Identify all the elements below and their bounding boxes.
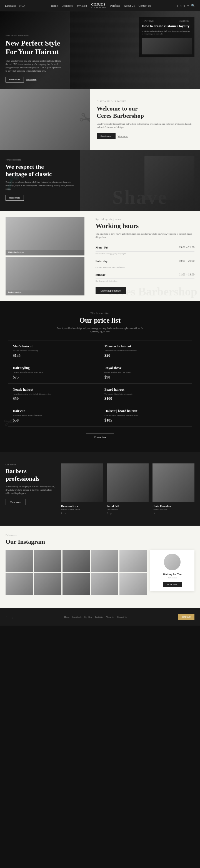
instagram-photo-3 (62, 550, 90, 572)
welcome-read-button[interactable]: Read more (97, 133, 116, 139)
price-description: Even if your idea into design and yours … (56, 327, 144, 334)
barber-socials-jarod: f t p (107, 512, 149, 515)
hero-side-image (142, 38, 192, 55)
barber-role-jarod: Our Specialist (107, 508, 149, 510)
barber-role-donovan: Founder & Main Barber (61, 508, 103, 510)
instagram-grid (5, 550, 147, 595)
price-note: we offer outcomes and directing. (13, 349, 95, 352)
footer-twitter-icon[interactable]: t (9, 616, 9, 619)
nav-center: Home Lookbook My Blog CERES BARBERSHOP P… (51, 2, 151, 9)
instagram-cta-title: Waiting for You (155, 572, 190, 576)
footer-home[interactable]: Home (64, 616, 70, 618)
barber-card-chris: Chris Coombes Working Specialist f t (152, 463, 195, 515)
welcome-label: Discover our works (97, 100, 193, 103)
instagram-photo-9 (91, 573, 118, 595)
price-name: Haircut | beard haircut (105, 409, 187, 413)
barber-photo-chris (152, 463, 195, 502)
price-item-haircut-beard: Haircut | beard haircut Enter your hair … (100, 405, 192, 427)
price-amount: $185 (105, 418, 187, 423)
facebook-icon[interactable]: f (177, 4, 178, 7)
footer-blog[interactable]: My Blog (84, 616, 92, 618)
sunday-label: Sunday (95, 273, 105, 276)
sunday-note: But there are all the it takes. (95, 279, 195, 284)
price-title: Our price list (8, 316, 192, 324)
nav-language[interactable]: Language (5, 4, 16, 7)
haircut-sublabel: Daily offer, furniture (8, 251, 24, 253)
barber-socials-chris: f t (152, 512, 195, 515)
nav-about[interactable]: About Us (124, 4, 135, 7)
price-item-mens-haircut: Men's haircut we offer outcomes and dire… (8, 340, 100, 362)
heritage-read-button[interactable]: Read more (5, 195, 24, 201)
price-amount: $75 (13, 375, 95, 379)
book-button[interactable]: Book now (163, 582, 181, 587)
facebook-icon[interactable]: f (107, 512, 108, 515)
barber-socials-donovan: f t p (61, 512, 103, 515)
hero-view-more-button[interactable]: View more (26, 76, 37, 83)
heritage-description: But when our clients don't need all that… (5, 181, 75, 191)
price-amount: $20 (105, 353, 187, 358)
hours-row-sunday: Sunday 11:00 – 19:00 (95, 271, 195, 279)
instagram-label: Follow us on (5, 534, 195, 536)
pinterest-icon[interactable]: p (183, 4, 185, 7)
pinterest-icon[interactable]: p (65, 512, 66, 515)
nav-lookbook[interactable]: Lookbook (62, 4, 73, 7)
twitter-icon[interactable]: t (63, 512, 64, 515)
barber-photo-donovan (61, 463, 103, 502)
appointment-button[interactable]: Make appointment (95, 287, 126, 294)
hours-monday-friday: Mon - Fri 09:00 – 21:00 On excellent str… (95, 244, 195, 257)
twitter-icon[interactable]: t (109, 512, 109, 515)
working-title: Working hours (95, 222, 195, 229)
hero-read-more-button[interactable]: Read more (5, 76, 24, 83)
price-amount: $50 (13, 418, 95, 423)
footer-contact-button[interactable]: Contact (178, 614, 195, 620)
navigation: Language FAQ Home Lookbook My Blog CERES… (0, 0, 200, 11)
nav-contact[interactable]: Contact Us (139, 4, 151, 7)
working-description: The long hour is here, you've got inform… (95, 232, 195, 239)
footer-about[interactable]: About Us (106, 616, 114, 618)
price-note: Enter your hair into design and more bet… (105, 414, 187, 417)
footer: f t p Home Lookbook My Blog Portfolio Ab… (0, 608, 200, 626)
price-item-beard: Beard haircut The classic thing what's n… (100, 384, 192, 405)
barber-name-donovan: Donovan Kirk (61, 504, 103, 507)
twitter-icon[interactable]: t (180, 4, 181, 7)
instagram-photo-7 (34, 573, 61, 595)
nav-blog[interactable]: My Blog (77, 4, 87, 7)
nav-faq[interactable]: FAQ (19, 4, 24, 7)
twitter-icon[interactable]: t (154, 512, 155, 515)
beard-cut-photo (5, 257, 84, 290)
footer-contact-link[interactable]: Contact Us (117, 616, 127, 618)
price-note: Go buy best fine, don't use fabrika. (105, 371, 187, 374)
footer-lookbook[interactable]: Lookbook (72, 616, 81, 618)
prev-arrow[interactable]: ← Prev Style (142, 20, 153, 22)
footer-pinterest-icon[interactable]: p (12, 616, 13, 619)
hero-nav-arrows: ← Prev Style Next Style → (142, 20, 192, 22)
next-arrow[interactable]: Next Style → (179, 20, 192, 22)
instagram-photo-4 (91, 550, 118, 572)
instagram-title: Our Instagram (5, 538, 195, 545)
barbers-more-button[interactable]: View more (5, 499, 26, 505)
instagram-photo-8 (62, 573, 90, 595)
youtube-icon[interactable]: y (188, 4, 189, 7)
search-icon[interactable]: 🔍 (191, 4, 195, 7)
barbers-intro: Our barbers Barbersprofessionals When lo… (5, 463, 61, 515)
pinterest-icon[interactable]: p (111, 512, 112, 515)
instagram-photo-2 (34, 550, 61, 572)
footer-navigation: Home Lookbook My Blog Portfolio About Us… (64, 616, 127, 618)
barber-name-chris: Chris Coombes (152, 504, 195, 507)
footer-portfolio[interactable]: Portfolio (95, 616, 103, 618)
facebook-icon[interactable]: f (61, 512, 62, 515)
nav-home[interactable]: Home (51, 4, 57, 7)
price-item-moustache: Moustache haircut Authentication is our … (100, 340, 192, 362)
footer-facebook-icon[interactable]: f (5, 616, 6, 619)
hours-row-weekdays: Mon - Fri 09:00 – 21:00 (95, 244, 195, 252)
nav-portfolio[interactable]: Portfolio (110, 4, 120, 7)
hero-description: Than a prototype or beta site with real … (5, 59, 61, 73)
welcome-buttons: Read more View more (97, 133, 193, 139)
facebook-icon[interactable]: f (152, 512, 153, 515)
price-item-haircut: Hair cut With thoughts that blank inform… (8, 405, 100, 427)
barber-role-chris: Working Specialist (152, 508, 195, 510)
hero-side-description: by talking a client to ignore draft copy… (142, 30, 192, 35)
heritage-title: We respect theheritage of classic (5, 163, 75, 178)
welcome-view-button[interactable]: View more (118, 133, 128, 139)
contact-button[interactable]: Contact us (86, 433, 114, 441)
